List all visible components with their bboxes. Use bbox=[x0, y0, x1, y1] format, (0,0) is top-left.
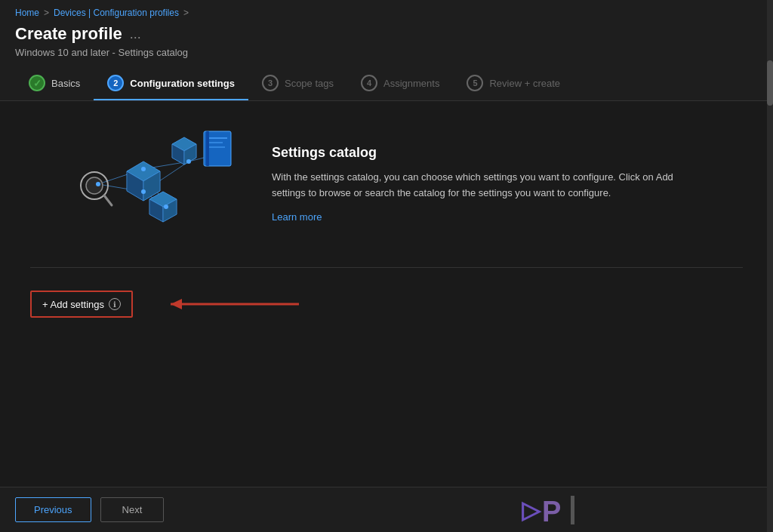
page-title: Create profile bbox=[15, 24, 122, 44]
step-number-review: 5 bbox=[473, 78, 477, 88]
scrollbar[interactable] bbox=[767, 0, 773, 532]
scrollbar-thumb[interactable] bbox=[767, 60, 773, 106]
steps-bar: ✓ Basics 2 Configuration settings 3 Scop… bbox=[15, 67, 758, 100]
step-configuration[interactable]: 2 Configuration settings bbox=[94, 67, 248, 100]
svg-point-30 bbox=[141, 189, 146, 194]
step-number-configuration: 2 bbox=[113, 78, 118, 88]
catalog-description: With the settings catalog, you can choos… bbox=[272, 170, 679, 201]
step-badge-configuration: 2 bbox=[107, 75, 124, 91]
svg-rect-23 bbox=[206, 131, 209, 166]
step-label-assignments: Assignments bbox=[383, 78, 439, 89]
step-number-scope: 3 bbox=[268, 78, 273, 88]
step-badge-review: 5 bbox=[467, 75, 483, 91]
step-review[interactable]: 5 Review + create bbox=[453, 67, 574, 100]
more-options-button[interactable]: ... bbox=[130, 26, 141, 42]
breadcrumb-sep2: > bbox=[183, 8, 189, 18]
catalog-illustration bbox=[60, 124, 242, 244]
step-scope[interactable]: 3 Scope tags bbox=[248, 67, 347, 100]
svg-text:P: P bbox=[542, 496, 561, 526]
svg-rect-20 bbox=[208, 137, 227, 139]
breadcrumb-sep1: > bbox=[44, 8, 49, 18]
svg-point-28 bbox=[96, 182, 100, 186]
step-assignments[interactable]: 4 Assignments bbox=[347, 67, 453, 100]
step-badge-assignments: 4 bbox=[361, 75, 377, 91]
previous-button[interactable]: Previous bbox=[15, 497, 91, 522]
svg-point-31 bbox=[186, 159, 191, 164]
catalog-section: Settings catalog With the settings catal… bbox=[15, 101, 758, 267]
footer: Previous Next ▷ P bbox=[0, 487, 773, 532]
main-content: Settings catalog With the settings catal… bbox=[0, 101, 773, 340]
step-badge-basics: ✓ bbox=[29, 75, 45, 91]
step-basics[interactable]: ✓ Basics bbox=[15, 67, 94, 100]
svg-point-8 bbox=[86, 177, 103, 194]
svg-rect-36 bbox=[571, 496, 574, 524]
arrow-icon bbox=[156, 293, 306, 315]
step-label-basics: Basics bbox=[51, 78, 80, 89]
catalog-text: Settings catalog With the settings catal… bbox=[272, 145, 743, 224]
svg-rect-21 bbox=[208, 142, 223, 143]
header: Home > Devices | Configuration profiles … bbox=[0, 0, 773, 101]
svg-rect-22 bbox=[208, 146, 225, 148]
step-label-scope: Scope tags bbox=[285, 78, 334, 89]
svg-point-29 bbox=[141, 167, 146, 171]
arrow-container bbox=[156, 293, 306, 315]
step-label-review: Review + create bbox=[489, 78, 560, 89]
catalog-title: Settings catalog bbox=[272, 145, 743, 161]
page-subtitle: Windows 10 and later - Settings catalog bbox=[15, 47, 758, 58]
add-settings-section: + Add settings ℹ bbox=[15, 268, 758, 340]
logo-p-letter: ▷ bbox=[522, 498, 540, 522]
add-settings-button[interactable]: + Add settings ℹ bbox=[30, 291, 133, 318]
page-title-row: Create profile ... bbox=[15, 24, 758, 44]
logo-icon: P bbox=[540, 494, 577, 526]
step-badge-scope: 3 bbox=[262, 75, 279, 91]
svg-point-32 bbox=[164, 204, 168, 209]
breadcrumb-devices[interactable]: Devices | Configuration profiles bbox=[54, 8, 179, 18]
svg-line-9 bbox=[104, 195, 112, 205]
svg-marker-34 bbox=[171, 299, 182, 309]
breadcrumb-home[interactable]: Home bbox=[15, 8, 39, 18]
next-button[interactable]: Next bbox=[100, 497, 165, 522]
learn-more-link[interactable]: Learn more bbox=[272, 211, 322, 223]
breadcrumb: Home > Devices | Configuration profiles … bbox=[15, 8, 758, 18]
step-label-configuration: Configuration settings bbox=[130, 78, 235, 89]
add-settings-label: + Add settings bbox=[42, 299, 104, 310]
step-number-assignments: 4 bbox=[367, 78, 371, 88]
checkmark-icon: ✓ bbox=[33, 78, 42, 89]
info-icon: ℹ bbox=[109, 298, 121, 310]
footer-logo: ▷ P bbox=[522, 494, 577, 526]
